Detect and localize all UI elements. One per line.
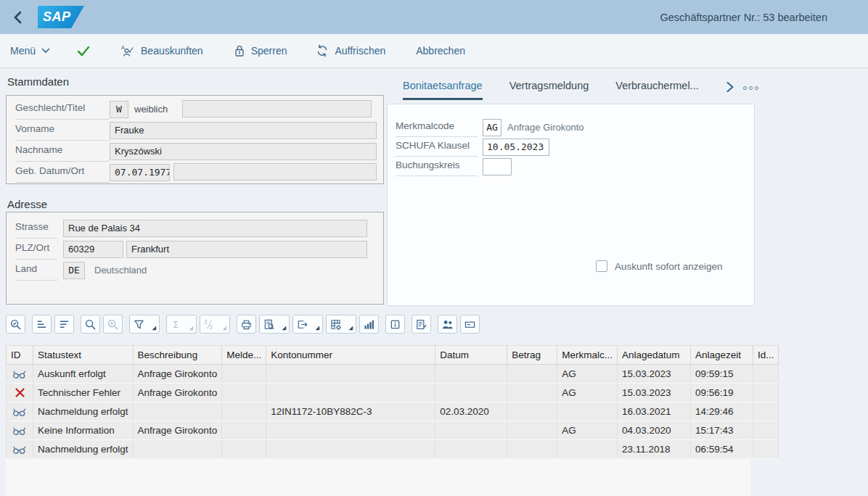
tab-bonitaetsanfrage[interactable]: Bonitaetsanfrage [403, 80, 483, 100]
table-cell[interactable] [753, 365, 779, 384]
table-cell[interactable] [557, 402, 618, 421]
tab-verbrauchermel[interactable]: Verbrauchermel... [615, 80, 698, 100]
table-cell[interactable]: Nachmeldung erfolgt [33, 440, 134, 459]
beauskunften-button[interactable]: A Beauskunften [120, 44, 203, 57]
table-cell[interactable] [133, 402, 222, 421]
table-row[interactable]: Keine InformationAnfrage GirokontoAG04.0… [7, 421, 779, 440]
geburtsort-field[interactable] [173, 163, 377, 181]
column-header[interactable]: Melde... [222, 346, 266, 365]
protocol-button[interactable] [412, 315, 431, 334]
tab-overflow-button[interactable] [743, 86, 758, 90]
auskunft-sofort-checkbox[interactable]: Auskunft sofort anzeigen [596, 260, 723, 272]
table-cell[interactable]: Technischer Fehler [33, 384, 134, 402]
choose-layout-button[interactable] [326, 315, 356, 334]
vorname-field[interactable]: Frauke [110, 122, 377, 139]
table-cell[interactable]: AG [557, 421, 618, 440]
buchungskreis-field[interactable] [483, 158, 512, 175]
table-cell[interactable] [753, 440, 779, 459]
strasse-field[interactable]: Rue de Palais 34 [63, 220, 367, 237]
table-cell[interactable] [435, 440, 507, 459]
table-cell[interactable]: 16.03.2021 [617, 402, 690, 421]
info-button[interactable] [385, 315, 405, 334]
table-cell[interactable]: 02.03.2020 [435, 402, 507, 421]
ort-field[interactable]: Frankfurt [126, 241, 367, 258]
table-cell[interactable]: Auskunft erfolgt [33, 365, 134, 384]
table-row[interactable]: Technischer FehlerAnfrage GirokontoAG15.… [7, 384, 779, 402]
tab-vertragsmeldung[interactable]: Vertragsmeldung [509, 80, 589, 100]
table-cell[interactable] [266, 440, 435, 459]
details-button[interactable] [6, 315, 25, 334]
table-cell[interactable]: 09:59:15 [690, 365, 753, 384]
table-cell[interactable] [435, 365, 507, 384]
sort-ascending-button[interactable] [32, 315, 52, 334]
display-glasses-icon[interactable] [7, 440, 33, 459]
table-cell[interactable] [507, 421, 557, 440]
display-glasses-icon[interactable] [7, 365, 33, 384]
table-cell[interactable] [507, 440, 557, 459]
table-cell[interactable] [266, 421, 435, 440]
table-cell[interactable] [266, 365, 435, 384]
table-cell[interactable] [507, 402, 557, 421]
table-cell[interactable] [222, 365, 266, 384]
table-cell[interactable]: 12IN1172-10BY882C-3 [266, 402, 435, 421]
table-cell[interactable] [753, 402, 779, 421]
export-menu-triangle-icon[interactable] [314, 325, 320, 331]
table-row[interactable]: Nachmeldung erfolgt12IN1172-10BY882C-302… [7, 402, 779, 421]
table-cell[interactable] [507, 384, 557, 402]
partner-button[interactable] [438, 315, 457, 334]
titel-field[interactable] [182, 100, 372, 117]
table-row[interactable]: Nachmeldung erfolgt23.11.201806:59:54 [7, 440, 779, 459]
display-glasses-icon[interactable] [7, 402, 33, 421]
geburtsdatum-field[interactable]: 07.07.1977 [110, 164, 170, 181]
find-button[interactable] [81, 315, 100, 334]
views-button[interactable] [259, 315, 290, 334]
export-button[interactable] [292, 315, 323, 334]
table-cell[interactable]: Anfrage Girokonto [133, 421, 222, 440]
table-cell[interactable]: 04.03.2020 [617, 421, 690, 440]
table-cell[interactable]: 06:59:54 [690, 440, 753, 459]
nachname-field[interactable]: Kryszówski [110, 143, 377, 160]
column-header[interactable]: ID [7, 346, 33, 365]
column-header[interactable]: Merkmalc... [557, 346, 618, 365]
column-header[interactable]: Statustext [33, 346, 134, 365]
auffrischen-button[interactable]: Auffrischen [316, 44, 385, 57]
form-button[interactable] [460, 315, 480, 334]
table-cell[interactable]: 23.11.2018 [617, 440, 690, 459]
table-row[interactable]: Auskunft erfolgtAnfrage GirokontoAG15.03… [7, 365, 779, 384]
column-header[interactable]: Id... [753, 346, 779, 365]
table-cell[interactable]: AG [557, 365, 618, 384]
table-cell[interactable] [133, 440, 222, 459]
abbrechen-button[interactable]: Abbrechen [416, 45, 465, 57]
table-cell[interactable]: 09:56:19 [690, 384, 753, 402]
table-cell[interactable] [557, 440, 618, 459]
table-cell[interactable]: 15.03.2023 [617, 384, 690, 402]
table-cell[interactable]: Keine Information [33, 421, 134, 440]
views-menu-triangle-icon[interactable] [281, 325, 287, 331]
filter-button[interactable] [129, 315, 160, 334]
schufa-klausel-field[interactable]: 10.05.2023 [483, 139, 549, 156]
table-cell[interactable] [222, 421, 266, 440]
land-field[interactable]: DE [63, 262, 85, 279]
table-cell[interactable] [753, 384, 779, 402]
menu-dropdown[interactable]: Menü [10, 45, 50, 57]
table-cell[interactable]: Anfrage Girokonto [133, 365, 222, 384]
table-cell[interactable] [435, 384, 507, 402]
display-glasses-icon[interactable] [7, 421, 33, 440]
column-header[interactable]: Anlagedatum [617, 346, 690, 365]
table-cell[interactable] [753, 421, 779, 440]
table-cell[interactable]: 15:17:43 [690, 421, 753, 440]
back-button[interactable] [9, 9, 25, 25]
table-cell[interactable]: Anfrage Girokonto [133, 384, 222, 402]
table-cell[interactable] [222, 402, 266, 421]
graphic-button[interactable] [359, 315, 379, 334]
filter-menu-triangle-icon[interactable] [151, 325, 157, 331]
geschlecht-field[interactable]: W [110, 101, 128, 118]
table-cell[interactable] [222, 440, 266, 459]
column-header[interactable]: Kontonummer [266, 346, 435, 365]
table-cell[interactable] [266, 384, 435, 402]
table-cell[interactable] [507, 365, 557, 384]
table-cell[interactable]: AG [557, 384, 618, 402]
plz-field[interactable]: 60329 [63, 241, 123, 258]
merkmalcode-field[interactable]: AG [483, 119, 501, 136]
choose-layout-menu-triangle-icon[interactable] [348, 325, 353, 331]
